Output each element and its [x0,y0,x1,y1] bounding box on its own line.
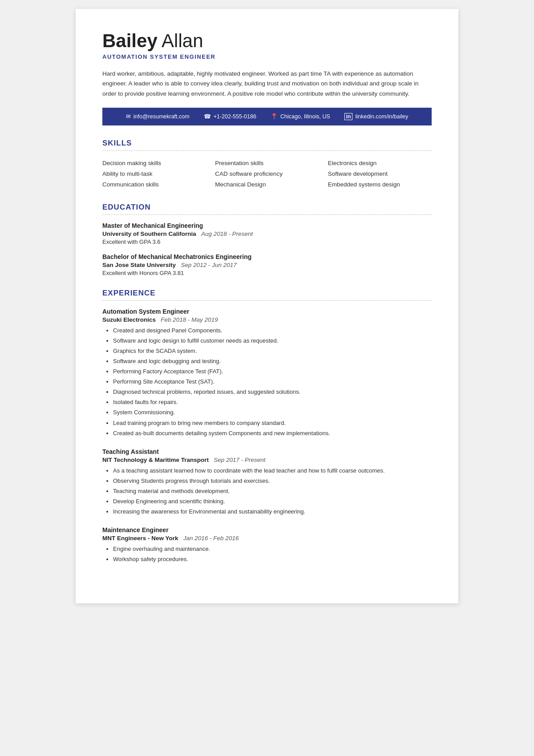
experience-title: EXPERIENCE [102,289,432,301]
skills-section: SKILLS Decision making skillsAbility to … [102,139,432,190]
experience-entry: Automation System Engineer Suzuki Electr… [102,308,432,438]
contact-phone: ☎ +1-202-555-0186 [204,113,256,120]
bullet-item: Software and logic design to fulfill cus… [113,336,432,346]
skill-item: Software development [328,169,432,179]
skills-col3: Electronics designSoftware developmentEm… [328,158,432,190]
phone-text: +1-202-555-0186 [214,113,256,120]
experience-section: EXPERIENCE Automation System Engineer Su… [102,289,432,565]
email-icon: ✉ [126,113,131,120]
skill-item: Decision making skills [102,158,206,169]
location-text: Chicago, Illinois, US [280,113,330,120]
bullet-item: Performing Site Acceptance Test (SAT). [113,377,432,387]
exp-date: Sep 2017 - Present [214,457,265,463]
bullet-item: Lead training program to bring new membe… [113,418,432,428]
experience-entry: Maintenance Engineer MNT Engineers - New… [102,526,432,564]
skills-grid: Decision making skillsAbility to multi-t… [102,158,432,190]
exp-date: Jan 2016 - Feb 2016 [183,535,239,542]
contact-linkedin: in linkedin.com/in/bailey [344,113,408,120]
edu-gpa: Excellent with Honors GPA 3.81 [102,270,432,276]
first-name: Bailey [102,30,158,51]
last-name: Allan [162,30,203,51]
email-text: info@resumekraft.com [134,113,190,120]
bullet-item: Graphics for the SCADA system. [113,346,432,356]
exp-company-line: NIT Technology & Maritime Transport Sep … [102,457,432,463]
bullet-item: Teaching material and methods developmen… [113,486,432,496]
bullet-item: Engine overhauling and maintenance. [113,544,432,554]
experience-entry: Teaching Assistant NIT Technology & Mari… [102,448,432,517]
bullet-item: Develop Engineering and scientific think… [113,497,432,506]
edu-school-line: San Jose State University Sep 2012 - Jun… [102,262,432,268]
skill-item: Embedded systems design [328,179,432,190]
edu-school: University of Southern California [102,230,196,237]
skills-title: SKILLS [102,139,432,151]
bullet-item: Software and logic debugging and testing… [113,356,432,366]
edu-gpa: Excellent with GPA 3.6 [102,239,432,245]
education-entries: Master of Mechanical Engineering Univers… [102,222,432,276]
exp-company: MNT Engineers - New York [102,535,178,542]
edu-date: Sep 2012 - Jun 2017 [181,262,236,268]
skill-item: Electronics design [328,158,432,169]
education-entry: Master of Mechanical Engineering Univers… [102,222,432,245]
bullet-item: Diagnosed technical problems, reported i… [113,387,432,397]
edu-school: San Jose State University [102,262,176,268]
header-title: AUTOMATION SYSTEM ENGINEER [102,53,432,60]
bullet-item: Isolated faults for repairs. [113,397,432,407]
bullet-item: System Commissioning. [113,408,432,417]
exp-company: Suzuki Electronics [102,316,156,323]
contact-bar: ✉ info@resumekraft.com ☎ +1-202-555-0186… [102,108,432,125]
location-icon: 📍 [271,113,278,120]
exp-company-line: MNT Engineers - New York Jan 2016 - Feb … [102,535,432,542]
bullet-item: Created and designed Panel Components. [113,326,432,336]
bullet-item: Increasing the awareness for Environment… [113,507,432,517]
education-title: EDUCATION [102,203,432,215]
edu-degree: Master of Mechanical Engineering [102,222,432,229]
experience-entries: Automation System Engineer Suzuki Electr… [102,308,432,565]
skills-col2: Presentation skillsCAD software proficie… [215,158,319,190]
phone-icon: ☎ [204,113,211,120]
exp-bullets: As a teaching assistant learned how to c… [102,466,432,517]
contact-email: ✉ info@resumekraft.com [126,113,190,120]
education-entry: Bachelor of Mechanical Mechatronics Engi… [102,253,432,276]
resume-container: Bailey Allan AUTOMATION SYSTEM ENGINEER … [76,9,458,603]
contact-location: 📍 Chicago, Illinois, US [271,113,330,120]
bullet-item: Observing Students progress through tuto… [113,476,432,486]
bullet-item: Created as-built documents detailing sys… [113,429,432,438]
skill-item: CAD software proficiency [215,169,319,179]
exp-date: Feb 2018 - May 2019 [161,316,218,323]
education-section: EDUCATION Master of Mechanical Engineeri… [102,203,432,276]
bullet-item: Workshop safety procedures. [113,554,432,564]
linkedin-text: linkedin.com/in/bailey [355,113,408,120]
header-name: Bailey Allan [102,30,432,52]
skill-item: Mechanical Design [215,179,319,190]
bullet-item: Performing Factory Acceptance Test (FAT)… [113,367,432,376]
edu-degree: Bachelor of Mechanical Mechatronics Engi… [102,253,432,260]
exp-title: Automation System Engineer [102,308,432,315]
skill-item: Communication skills [102,179,206,190]
skill-item: Ability to multi-task [102,169,206,179]
exp-title: Teaching Assistant [102,448,432,455]
exp-bullets: Created and designed Panel Components.So… [102,326,432,438]
skills-col1: Decision making skillsAbility to multi-t… [102,158,206,190]
linkedin-icon: in [344,113,353,120]
exp-bullets: Engine overhauling and maintenance.Works… [102,544,432,564]
edu-date: Aug 2018 - Present [201,230,253,237]
exp-company: NIT Technology & Maritime Transport [102,457,209,463]
bullet-item: As a teaching assistant learned how to c… [113,466,432,476]
exp-title: Maintenance Engineer [102,526,432,534]
exp-company-line: Suzuki Electronics Feb 2018 - May 2019 [102,316,432,323]
edu-school-line: University of Southern California Aug 20… [102,230,432,237]
summary-text: Hard worker, ambitious, adaptable, highl… [102,69,432,99]
skill-item: Presentation skills [215,158,319,169]
